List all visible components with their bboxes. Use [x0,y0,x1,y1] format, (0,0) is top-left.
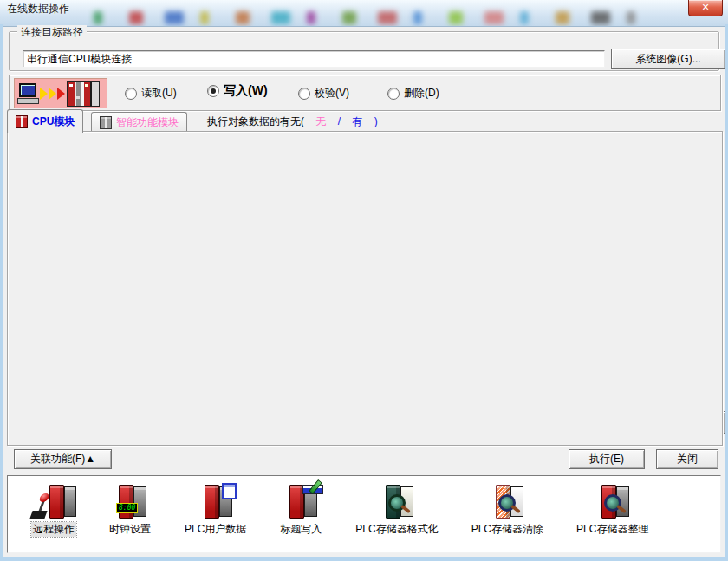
doc-glyph [222,483,237,499]
exec-suffix: ) [374,115,378,127]
related-functions-button[interactable]: 关联功能(F)▲ [14,449,112,469]
computer-icon [17,82,39,105]
background-toolbar-blur [556,11,569,24]
dialog-body: 连接目标路径 系统图像(G)... 读取(U)写入(W)校验(V)删除(D) C… [3,26,725,557]
cpu-module-tab-page [7,131,723,446]
plc-module-icon [16,115,28,128]
window-title: 在线数据操作 [7,2,69,16]
arrow-icon [40,88,48,100]
radio-icon[interactable] [125,88,137,100]
clock-icon: 8:00 [107,483,153,521]
tab-label: 智能功能模块 [116,115,179,130]
exec-slash: / [338,115,341,127]
toolbar-item-format[interactable]: PLC存储器格式化 [354,483,439,537]
tab-label: CPU模块 [32,114,75,129]
exec-prefix: 执行对象数据的有无( [207,115,304,127]
background-toolbar-blur [520,11,529,24]
connection-path-input[interactable] [23,50,605,68]
close-window-button[interactable]: ✕ [688,0,723,16]
background-toolbar-blur [271,11,290,24]
system-image-button[interactable]: 系统图像(G)... [611,49,725,69]
connection-path-group: 连接目标路径 系统图像(G)... [9,31,719,71]
background-toolbar-blur [484,11,504,24]
plc-rack-icon [67,81,100,107]
title-bar[interactable]: 在线数据操作 ✕ [0,0,728,27]
toolbar-item-clock[interactable]: 8:00时钟设置 [107,483,153,537]
background-toolbar-blur [413,11,422,24]
format-icon [374,483,420,521]
tab-intelligent-function-module[interactable]: 智能功能模块 [91,112,187,132]
userdata-icon [192,483,239,521]
plc-module-icon [100,116,112,129]
background-toolbar-blur [449,11,463,24]
mag-glyph [498,494,516,512]
connection-path-group-label: 连接目标路径 [17,25,87,40]
plc-module-shape [64,486,76,517]
radio-icon[interactable] [387,88,400,100]
pc-to-plc-graphic [14,78,107,108]
background-toolbar-blur [236,11,250,24]
plc-module-shape [205,485,219,519]
radio-icon[interactable] [207,85,219,97]
execute-button[interactable]: 执行(E) [569,449,645,469]
toolbar-item-remote[interactable]: 远程操作 [30,483,77,537]
toolbar-item-arrange[interactable]: PLC存储器整理 [575,483,650,537]
toolbar-item-titlewrite[interactable]: 标题写入 [277,483,324,537]
arrow-icon [49,88,56,100]
toolbar-item-label: PLC用户数据 [183,522,248,537]
mode-radio-3[interactable]: 删除(D) [387,86,439,101]
tab-cpu-module[interactable]: CPU模块 [7,109,83,133]
radio-label: 删除(D) [404,86,439,101]
background-toolbar-blur [627,11,635,24]
mode-radio-0[interactable]: 读取(U) [125,86,177,101]
exec-data-presence-text: 执行对象数据的有无( 无 / 有 ) [207,114,378,129]
radio-label: 写入(W) [224,83,268,99]
toolbar-item-label: PLC存储器清除 [470,522,545,537]
background-toolbar-blur [200,11,209,24]
clear-icon [484,483,530,521]
clk-glyph: 8:00 [116,503,138,513]
background-toolbar-blur [378,11,397,24]
arrow-icon [57,88,65,100]
background-toolbar-blur [342,11,356,24]
window-border-bottom [0,557,728,561]
arrange-icon [589,483,636,521]
background-toolbar-blur [94,11,102,24]
mag-glyph [388,494,406,512]
exec-none-legend: 无 [315,115,326,127]
remote-icon [30,483,77,521]
plc-module-shape [119,485,133,519]
radio-icon[interactable] [298,88,310,100]
exec-have-legend: 有 [352,115,362,127]
toolbar-item-userdata[interactable]: PLC用户数据 [183,483,248,537]
radio-label: 校验(V) [315,86,349,101]
background-toolbar-blur [165,11,184,24]
plc-module-shape [49,485,64,519]
background-toolbar-blur [307,11,315,24]
titlewrite-icon [277,483,324,521]
background-toolbar-blur [129,11,143,24]
background-toolbar-blur [591,11,610,24]
toolbar-item-label: 时钟设置 [107,522,153,537]
mag-glyph [604,494,621,512]
related-toolbar: 远程操作8:00时钟设置PLC用户数据标题写入PLC存储器格式化PLC存储器清除… [7,475,721,553]
toolbar-item-label: 远程操作 [31,522,76,537]
toolbar-item-label: PLC存储器整理 [575,522,650,537]
mode-radio-2[interactable]: 校验(V) [298,86,349,101]
mode-panel: 读取(U)写入(W)校验(V)删除(D) [9,75,721,111]
online-data-operation-dialog: 在线数据操作 ✕ 连接目标路径 系统图像(G)... 读取(U)写入(W)校验(… [0,0,728,561]
joy-glyph [29,511,47,519]
toolbar-item-clear[interactable]: PLC存储器清除 [470,483,545,537]
radio-label: 读取(U) [141,86,177,101]
toolbar-item-label: 标题写入 [278,522,323,537]
toolbar-item-label: PLC存储器格式化 [354,522,439,537]
close-button[interactable]: 关闭 [656,449,718,469]
mode-radio-1[interactable]: 写入(W) [207,83,268,99]
